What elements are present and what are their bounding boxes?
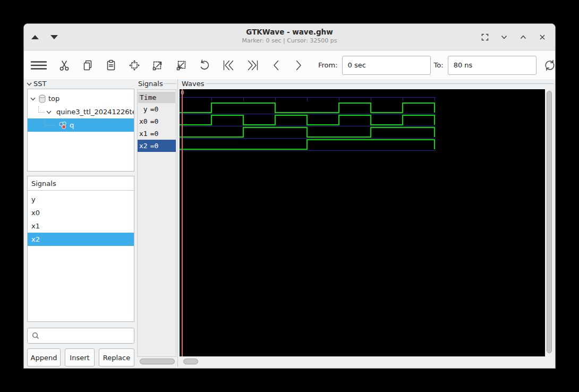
pane-divider[interactable] [177,79,178,367]
cut-icon [58,59,71,72]
name-row-x0[interactable]: x0 =0 [138,115,176,127]
from-label: From: [318,61,338,69]
waves-panel-label: Waves [182,80,204,88]
menu-button[interactable] [30,56,47,74]
waves-hscrollbar[interactable] [183,359,198,364]
zoom-fit-icon [128,59,141,72]
name-row-x1[interactable]: x1 =0 [138,127,176,140]
sst-tree: top quine3_ttl_20241226tes [27,89,134,172]
sst-label: SST [33,80,46,88]
name-row-x2[interactable]: x2 =0 [138,140,176,152]
wave-canvas-area[interactable]: 0 [180,89,545,356]
to-label: To: [434,61,444,69]
window-title: GTKWave - wave.ghw [24,28,555,36]
paste-button[interactable] [105,56,117,74]
skip-to-start-icon [222,59,235,72]
reload-icon [543,58,556,72]
tree-item-top[interactable]: top [28,92,134,105]
undo-button[interactable] [198,56,211,74]
zoom-fit-button[interactable] [128,56,141,74]
names-panel-label: Signals [138,80,163,88]
signal-item-x2[interactable]: x2 [28,233,134,246]
frame-line [206,83,554,84]
signal-item-y[interactable]: y [28,193,134,206]
replace-button[interactable]: Replace [99,348,134,367]
time-header[interactable]: Time [138,92,175,103]
insert-button[interactable]: Insert [65,348,95,367]
tree-connector [38,106,45,113]
shade-up-icon[interactable] [31,35,39,39]
waves-vscrollbar[interactable] [547,91,552,353]
database-icon [38,95,46,103]
sst-header[interactable]: SST [26,80,46,88]
search-icon [31,331,40,340]
signal-item-x0[interactable]: x0 [28,206,134,219]
names-hscrollbar[interactable] [140,359,175,364]
chevron-down-icon [30,96,36,102]
to-input[interactable] [448,56,537,75]
frame-line [164,83,176,84]
paste-icon [105,59,117,72]
skip-to-start-button[interactable] [222,56,235,74]
zoom-in-icon [151,59,164,72]
module-icon [58,121,67,130]
maximize-icon[interactable] [518,32,529,42]
marker-cursor-status: Marker: 0 sec | Cursor: 32500 ps [24,37,555,44]
copy-icon [81,59,94,72]
cut-button[interactable] [58,56,71,74]
step-back-icon [270,59,282,72]
signal-search[interactable] [27,328,134,344]
minimize-icon[interactable] [499,32,509,42]
signals-list: Signals y x0 x1 x2 [27,176,134,322]
zoom-out-icon [175,59,188,72]
close-icon[interactable] [537,32,548,42]
reload-button[interactable] [543,56,556,74]
toolbar: From: To: [24,51,555,79]
restore-icon[interactable] [480,32,490,42]
tree-item-label: q [70,121,74,129]
copy-button[interactable] [81,56,94,74]
tree-item-label: quine3_ttl_20241226tes [56,108,134,116]
tree-item-label: top [48,95,59,103]
tree-item-quine3[interactable]: quine3_ttl_20241226tes [28,105,134,118]
tree-item-q[interactable]: q [28,118,134,132]
chevron-down-icon [46,109,52,115]
name-row-y[interactable]: y =0 [138,103,176,115]
skip-to-end-button[interactable] [246,56,260,74]
skip-to-end-icon [246,59,260,72]
desktop: GTKWave - wave.ghw Marker: 0 sec | Curso… [0,0,579,392]
append-button[interactable]: Append [27,348,61,367]
signal-item-x1[interactable]: x1 [28,219,134,233]
zoom-out-button[interactable] [175,56,188,74]
menu-icon [30,59,47,72]
chevron-down-icon [26,81,32,87]
names-panel: Time y =0 x0 =0 x1 =0 x2 =0 [137,89,176,357]
gtkwave-window: GTKWave - wave.ghw Marker: 0 sec | Curso… [23,23,556,369]
step-forward-button[interactable] [293,56,304,74]
from-input[interactable] [342,56,431,75]
waveform-svg [180,89,545,356]
step-back-button[interactable] [270,56,282,74]
signals-list-header: Signals [28,176,134,191]
tree-connector [45,120,55,126]
undo-icon [198,59,211,72]
shade-down-icon[interactable] [50,35,58,39]
zoom-in-button[interactable] [151,56,164,74]
titlebar[interactable]: GTKWave - wave.ghw Marker: 0 sec | Curso… [24,24,555,50]
step-forward-icon [293,59,304,72]
search-input[interactable] [40,328,134,343]
